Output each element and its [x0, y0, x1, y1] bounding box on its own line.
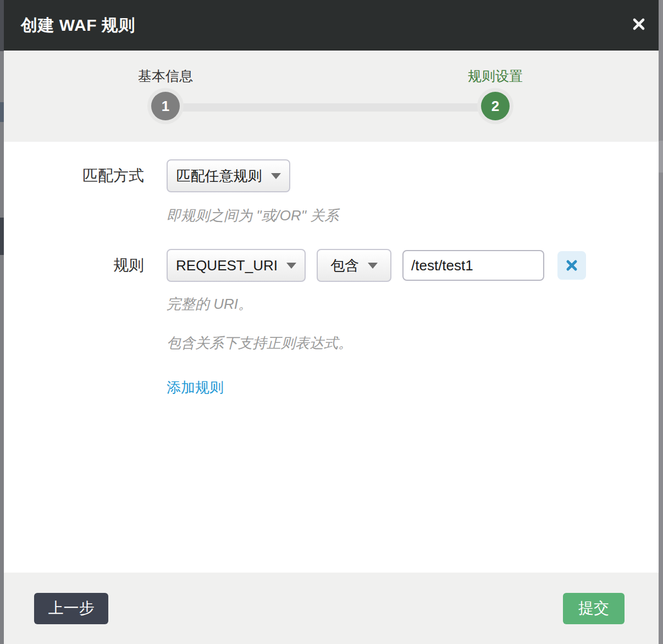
- rule-operator-select[interactable]: 包含: [317, 249, 391, 282]
- page-edge-decoration: [659, 141, 663, 173]
- add-rule-link[interactable]: 添加规则: [167, 378, 224, 397]
- match-mode-row: 匹配方式 匹配任意规则: [4, 159, 659, 192]
- page-background: 创建 WAF 规则 基本信息 1 规则设置 2 匹配方式: [0, 0, 663, 644]
- chevron-down-icon: [271, 173, 281, 179]
- rule-operator-selected-value: 包含: [330, 256, 359, 275]
- step-circle-1: 1: [151, 92, 180, 120]
- page-edge-decoration: [0, 102, 4, 122]
- match-mode-help-text: 即规则之间为 "或/OR" 关系: [167, 206, 659, 225]
- rule-field-select[interactable]: REQUEST_URI: [167, 249, 306, 282]
- step-rule-settings: 规则设置 2: [435, 67, 556, 120]
- step-circle-2: 2: [481, 92, 510, 120]
- rule-field-selected-value: REQUEST_URI: [176, 257, 278, 274]
- rule-settings-form: 匹配方式 匹配任意规则 即规则之间为 "或/OR" 关系 规则 REQUEST_…: [4, 142, 659, 573]
- step-indicator: 基本信息 1 规则设置 2: [4, 51, 659, 142]
- x-remove-icon: [566, 259, 578, 271]
- page-edge-decoration: [0, 0, 4, 51]
- remove-rule-button[interactable]: [557, 251, 586, 280]
- chevron-down-icon: [286, 263, 296, 269]
- close-icon: [631, 16, 647, 32]
- submit-button[interactable]: 提交: [563, 593, 625, 624]
- page-edge-left: [0, 0, 4, 644]
- close-button[interactable]: [628, 13, 650, 35]
- match-mode-selected-value: 匹配任意规则: [176, 166, 262, 186]
- chevron-down-icon: [368, 263, 378, 269]
- page-edge-right: [659, 0, 663, 644]
- match-mode-label: 匹配方式: [4, 165, 144, 186]
- rule-row: 规则 REQUEST_URI 包含: [4, 249, 659, 282]
- rule-field-help-text: 完整的 URI。: [167, 295, 659, 314]
- step-label: 规则设置: [435, 67, 556, 85]
- page-edge-decoration: [0, 218, 4, 255]
- previous-step-button[interactable]: 上一步: [34, 593, 108, 624]
- modal-footer: 上一步 提交: [4, 573, 659, 644]
- create-waf-rule-modal: 创建 WAF 规则 基本信息 1 规则设置 2 匹配方式: [4, 0, 659, 644]
- rule-regex-help-text: 包含关系下支持正则表达式。: [167, 334, 659, 353]
- rule-label: 规则: [4, 255, 144, 276]
- modal-header: 创建 WAF 规则: [4, 0, 659, 51]
- step-label: 基本信息: [105, 67, 226, 85]
- match-mode-select[interactable]: 匹配任意规则: [167, 159, 290, 192]
- modal-title: 创建 WAF 规则: [21, 14, 135, 37]
- rule-value-input[interactable]: [402, 250, 544, 281]
- step-basic-info: 基本信息 1: [105, 67, 226, 120]
